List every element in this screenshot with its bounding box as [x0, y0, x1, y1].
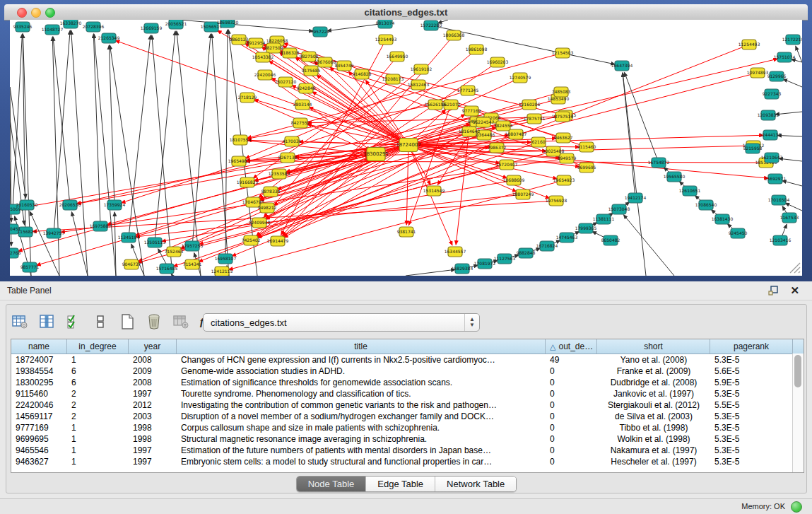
svg-text:8850451: 8850451: [10, 226, 21, 231]
memory-status-indicator: [791, 501, 802, 513]
cell-short: Hescheler et al. (1997): [597, 457, 710, 467]
svg-text:12160206: 12160206: [519, 102, 541, 107]
cell-in_degree: 1: [67, 423, 129, 433]
tab-edge-table[interactable]: Edge Table: [366, 477, 435, 491]
table-row[interactable]: 1872400712008Changes of HCN gene express…: [11, 354, 804, 366]
row-height-icon[interactable]: [91, 313, 110, 331]
cell-title: Corpus callosum shape and size in male p…: [177, 423, 546, 433]
cell-name: 9465546: [11, 445, 67, 455]
svg-text:16338270: 16338270: [60, 21, 82, 25]
svg-text:17016504: 17016504: [768, 197, 790, 202]
svg-text:10688609: 10688609: [503, 177, 525, 182]
cell-in_degree: 6: [67, 366, 129, 376]
cell-title: Investigating the contribution of common…: [177, 400, 546, 410]
column-header-name[interactable]: name: [11, 339, 67, 354]
cell-in_degree: 2: [67, 400, 129, 410]
svg-text:16224547: 16224547: [473, 119, 495, 124]
svg-text:10025488: 10025488: [543, 148, 565, 153]
column-header-pagerank[interactable]: pagerank: [710, 339, 793, 354]
column-header-title[interactable]: title: [177, 339, 546, 354]
new-table-icon[interactable]: [118, 313, 136, 331]
svg-text:16381430: 16381430: [712, 216, 734, 221]
sort-ascending-icon: △: [550, 342, 555, 351]
table-row[interactable]: 946362711997Embryonic stem cells: a mode…: [11, 456, 804, 467]
citation-network-graph[interactable]: 1872400718300295182260589827509891295498…: [10, 20, 802, 276]
svg-text:8267130: 8267130: [278, 155, 298, 160]
svg-text:18724007: 18724007: [396, 142, 421, 148]
column-header-in_degree[interactable]: in_degree: [67, 339, 129, 354]
cell-in_degree: 6: [67, 378, 129, 387]
cell-out_de: 0: [546, 445, 597, 455]
column-visibility-icon[interactable]: [37, 313, 56, 331]
table-row[interactable]: 1456911722003Disruption of a novel membe…: [11, 411, 804, 422]
cell-short: Dudbridge et al. (2008): [597, 378, 710, 387]
table-row[interactable]: 946554611997Estimation of the future num…: [11, 445, 804, 456]
svg-text:9463627: 9463627: [554, 135, 573, 140]
node-table: namein_degreeyeartitle△out_de…shortpager…: [11, 339, 804, 473]
svg-text:8813074: 8813074: [376, 21, 395, 25]
table-tabs: Node TableEdge TableNetwork Table: [6, 476, 806, 492]
table-row[interactable]: 969969511998Structural magnetic resonanc…: [11, 433, 804, 445]
svg-text:16958107: 16958107: [215, 256, 237, 261]
tab-network-table[interactable]: Network Table: [435, 477, 516, 491]
attribute-select-icon[interactable]: [64, 313, 83, 331]
cell-pagerank: 5.5E-5: [710, 400, 793, 410]
svg-text:12172219: 12172219: [782, 37, 802, 42]
cell-short: Tibbo et al. (1998): [597, 423, 710, 433]
table-scrollbar-thumb[interactable]: [794, 355, 801, 387]
table-settings-icon[interactable]: [11, 313, 29, 331]
svg-text:8186328: 8186328: [281, 50, 300, 55]
network-canvas[interactable]: 1872400718300295182260589827509891295498…: [10, 20, 802, 276]
cell-short: Nakamura et al. (1997): [597, 445, 710, 455]
svg-text:17359924: 17359924: [104, 202, 126, 207]
table-row[interactable]: 911546021997Tourette syndrome. Phenomeno…: [11, 388, 804, 399]
close-panel-icon[interactable]: ✕: [790, 284, 799, 297]
svg-text:8454749: 8454749: [335, 63, 354, 68]
table-row[interactable]: 1938455462009Genome-wide association stu…: [11, 366, 804, 377]
svg-text:12254493: 12254493: [375, 37, 397, 42]
column-header-out_de[interactable]: △out_de…: [546, 339, 597, 354]
svg-text:18107554: 18107554: [230, 137, 252, 142]
network-window-titlebar[interactable]: citations_edges.txt: [4, 4, 808, 21]
memory-status-label: Memory: OK: [741, 502, 785, 510]
table-row[interactable]: 977716911998Corpus callosum shape and si…: [11, 422, 804, 433]
svg-text:17957255: 17957255: [182, 243, 204, 248]
cell-name: 9777169: [11, 423, 67, 433]
cell-pagerank: 5.3E-5: [710, 355, 793, 365]
column-header-short[interactable]: short: [597, 339, 710, 354]
svg-text:2803144: 2803144: [293, 102, 312, 107]
svg-text:4170031: 4170031: [283, 139, 302, 144]
svg-text:20728396: 20728396: [83, 24, 105, 29]
delete-table-icon[interactable]: [145, 313, 163, 331]
cell-pagerank: 5.3E-5: [710, 457, 793, 467]
svg-text:16344557: 16344557: [445, 249, 466, 254]
table-selector-dropdown[interactable]: citations_edges.txt ▲▼: [203, 313, 480, 332]
svg-text:21265349: 21265349: [98, 35, 120, 40]
svg-text:19756928: 19756928: [546, 198, 567, 203]
svg-text:15314549: 15314549: [423, 188, 445, 193]
svg-text:7485083: 7485083: [552, 89, 571, 94]
node-table-header-row: namein_degreeyeartitle△out_de…shortpager…: [11, 339, 804, 354]
svg-text:12103416: 12103416: [770, 238, 792, 243]
cell-in_degree: 1: [67, 355, 129, 365]
cell-title: Structural magnetic resonance image aver…: [177, 434, 546, 444]
column-header-year[interactable]: year: [129, 339, 177, 354]
svg-text:12444133: 12444133: [760, 132, 782, 137]
float-window-icon[interactable]: [768, 285, 779, 296]
svg-text:17875791: 17875791: [524, 116, 546, 121]
tab-node-table[interactable]: Node Table: [297, 477, 367, 491]
svg-text:9860123: 9860123: [230, 37, 249, 42]
svg-text:8912954: 8912954: [247, 40, 266, 45]
svg-text:16027120: 16027120: [275, 79, 297, 84]
svg-text:16960203: 16960203: [487, 59, 509, 64]
svg-text:9175685: 9175685: [302, 68, 321, 73]
svg-text:19654983: 19654983: [228, 158, 250, 163]
table-row[interactable]: 1830029562008Estimation of significance …: [11, 377, 804, 388]
table-row[interactable]: 2242004622012Investigating the contribut…: [11, 399, 804, 411]
svg-text:16975887: 16975887: [90, 223, 112, 228]
svg-text:13942757: 13942757: [43, 230, 65, 235]
cell-short: de Silva et al. (2003): [597, 411, 710, 421]
svg-text:2718129: 2718129: [238, 95, 257, 100]
table-scrollbar[interactable]: [792, 354, 804, 472]
svg-text:9827508: 9827508: [300, 54, 319, 59]
